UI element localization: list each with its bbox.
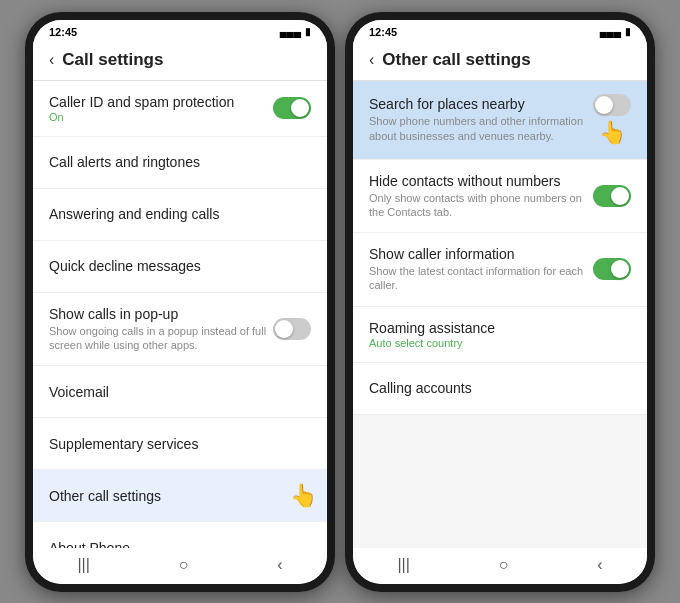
supplementary-item[interactable]: Supplementary services [33, 418, 327, 470]
left-status-bar: 12:45 ▄▄▄ ▮ [33, 20, 327, 42]
show-calls-popup-item[interactable]: Show calls in pop-up Show ongoing calls … [33, 293, 327, 367]
roaming-sub: Auto select country [369, 337, 631, 349]
hide-contacts-label: Hide contacts without numbers [369, 173, 593, 189]
supplementary-content: Supplementary services [49, 436, 311, 452]
left-menu-btn[interactable]: ||| [77, 556, 89, 574]
caller-id-item[interactable]: Caller ID and spam protection On [33, 81, 327, 137]
show-caller-item[interactable]: Show caller information Show the latest … [353, 233, 647, 307]
battery-icon: ▮ [305, 26, 311, 37]
left-back-arrow[interactable]: ‹ [49, 51, 54, 69]
left-back-btn[interactable]: ‹ [277, 556, 282, 574]
call-alerts-label: Call alerts and ringtones [49, 154, 311, 170]
roaming-content: Roaming assistance Auto select country [369, 320, 631, 349]
cursor-icon: 👆 [290, 483, 317, 509]
calling-accounts-label: Calling accounts [369, 380, 631, 396]
hide-contacts-desc: Only show contacts with phone numbers on… [369, 191, 593, 220]
right-phone: 12:45 ▄▄▄ ▮ ‹ Other call settings Search… [345, 12, 655, 592]
search-places-label: Search for places nearby [369, 96, 593, 112]
search-places-desc: Show phone numbers and other information… [369, 114, 593, 143]
calling-accounts-content: Calling accounts [369, 380, 631, 396]
calling-accounts-item[interactable]: Calling accounts [353, 363, 647, 415]
search-places-toggle[interactable] [593, 94, 631, 116]
right-battery-icon: ▮ [625, 26, 631, 37]
search-places-item[interactable]: Search for places nearby Show phone numb… [353, 81, 647, 160]
right-status-icons: ▄▄▄ ▮ [600, 26, 631, 37]
signal-icon: ▄▄▄ [280, 26, 301, 37]
right-header-title: Other call settings [382, 50, 530, 70]
hide-contacts-content: Hide contacts without numbers Only show … [369, 173, 593, 220]
about-phone-content: About Phone [49, 540, 311, 548]
left-screen: 12:45 ▄▄▄ ▮ ‹ Call settings Caller ID an… [33, 20, 327, 584]
roaming-item[interactable]: Roaming assistance Auto select country [353, 307, 647, 363]
about-phone-label: About Phone [49, 540, 311, 548]
answering-item[interactable]: Answering and ending calls [33, 189, 327, 241]
other-call-content: Other call settings [49, 488, 311, 504]
show-calls-toggle[interactable] [273, 318, 311, 340]
hide-contacts-item[interactable]: Hide contacts without numbers Only show … [353, 160, 647, 234]
right-time: 12:45 [369, 26, 397, 38]
right-screen: 12:45 ▄▄▄ ▮ ‹ Other call settings Search… [353, 20, 647, 584]
show-calls-label: Show calls in pop-up [49, 306, 273, 322]
right-nav-bar: ||| ○ ‹ [353, 548, 647, 584]
left-header: ‹ Call settings [33, 42, 327, 81]
voicemail-label: Voicemail [49, 384, 311, 400]
right-signal-icon: ▄▄▄ [600, 26, 621, 37]
roaming-label: Roaming assistance [369, 320, 631, 336]
voicemail-item[interactable]: Voicemail [33, 366, 327, 418]
quick-decline-content: Quick decline messages [49, 258, 311, 274]
search-places-content: Search for places nearby Show phone numb… [369, 96, 593, 143]
show-caller-label: Show caller information [369, 246, 593, 262]
search-cursor-icon: 👆 [599, 120, 626, 146]
show-calls-content: Show calls in pop-up Show ongoing calls … [49, 306, 273, 353]
call-alerts-content: Call alerts and ringtones [49, 154, 311, 170]
right-menu-btn[interactable]: ||| [397, 556, 409, 574]
other-call-settings-item[interactable]: Other call settings 👆 [33, 470, 327, 522]
answering-label: Answering and ending calls [49, 206, 311, 222]
show-caller-desc: Show the latest contact information for … [369, 264, 593, 293]
hide-contacts-toggle[interactable] [593, 185, 631, 207]
caller-id-sub: On [49, 111, 273, 123]
left-time: 12:45 [49, 26, 77, 38]
other-call-label: Other call settings [49, 488, 311, 504]
left-header-title: Call settings [62, 50, 163, 70]
left-nav-bar: ||| ○ ‹ [33, 548, 327, 584]
show-calls-desc: Show ongoing calls in a popup instead of… [49, 324, 273, 353]
right-status-bar: 12:45 ▄▄▄ ▮ [353, 20, 647, 42]
left-home-btn[interactable]: ○ [179, 556, 189, 574]
call-alerts-item[interactable]: Call alerts and ringtones [33, 137, 327, 189]
show-caller-content: Show caller information Show the latest … [369, 246, 593, 293]
supplementary-label: Supplementary services [49, 436, 311, 452]
right-back-arrow[interactable]: ‹ [369, 51, 374, 69]
caller-id-toggle[interactable] [273, 97, 311, 119]
caller-id-content: Caller ID and spam protection On [49, 94, 273, 123]
quick-decline-item[interactable]: Quick decline messages [33, 241, 327, 293]
answering-content: Answering and ending calls [49, 206, 311, 222]
left-status-icons: ▄▄▄ ▮ [280, 26, 311, 37]
right-settings-list: Search for places nearby Show phone numb… [353, 81, 647, 548]
right-home-btn[interactable]: ○ [499, 556, 509, 574]
show-caller-toggle[interactable] [593, 258, 631, 280]
quick-decline-label: Quick decline messages [49, 258, 311, 274]
voicemail-content: Voicemail [49, 384, 311, 400]
about-phone-item[interactable]: About Phone [33, 522, 327, 547]
right-header: ‹ Other call settings [353, 42, 647, 81]
left-phone: 12:45 ▄▄▄ ▮ ‹ Call settings Caller ID an… [25, 12, 335, 592]
caller-id-label: Caller ID and spam protection [49, 94, 273, 110]
right-back-btn[interactable]: ‹ [597, 556, 602, 574]
left-settings-list: Caller ID and spam protection On Call al… [33, 81, 327, 548]
